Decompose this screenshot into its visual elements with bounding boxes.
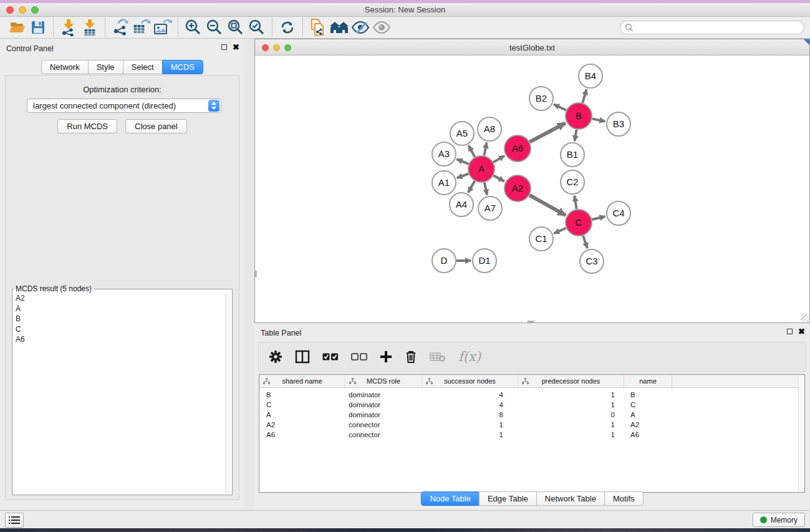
column-header-predecessor-nodes[interactable]: predecessor nodes [518,375,624,387]
zoom-fit-icon[interactable] [225,18,246,37]
graph-node-A[interactable]: A [468,156,494,182]
tab-edge-table[interactable]: Edge Table [479,491,537,506]
graph-edge-B-B3[interactable] [592,118,605,121]
show-column-icon[interactable] [295,350,310,364]
open-session-icon[interactable] [6,18,27,37]
zoom-selected-icon[interactable] [246,18,268,37]
graph-edge-A2-C[interactable] [529,195,566,215]
run-mcds-button[interactable]: Run MCDS [57,119,117,133]
home-icon[interactable] [329,18,350,37]
resize-grip[interactable] [801,314,809,322]
mcds-result-item[interactable]: A [14,304,224,314]
mcds-result-item[interactable]: B [14,314,224,324]
table-settings-gear-icon[interactable] [269,350,282,364]
graph-edge-C-C3[interactable] [583,236,587,248]
delete-table-icon[interactable] [430,351,446,362]
graph-edge-A-A8[interactable] [484,143,486,156]
graph-node-D1[interactable]: D1 [473,249,496,273]
graph-node-C4[interactable]: C4 [607,201,630,225]
graph-edge-A-A3[interactable] [456,159,468,164]
delete-column-icon[interactable] [405,350,417,364]
graph-node-B[interactable]: B [566,103,592,129]
graph-edge-A-A7[interactable] [485,182,487,195]
tab-select[interactable]: Select [123,60,163,74]
graph-node-B1[interactable]: B1 [561,143,584,167]
function-builder-icon[interactable]: f(x) [458,349,481,364]
graph-node-B4[interactable]: B4 [579,64,602,88]
float-table-panel-icon[interactable] [787,329,793,334]
duplicate-network-icon[interactable] [307,18,329,37]
graph-edge-A-A1[interactable] [457,174,469,178]
graph-node-B2[interactable]: B2 [529,87,553,110]
import-table-icon[interactable] [79,18,100,37]
column-header-MCDS-role[interactable]: MCDS role [345,375,422,387]
optimization-criterion-dropdown[interactable]: largest connected component (directed) [27,99,221,113]
graph-edge-A-A6[interactable] [493,156,504,162]
graph-edge-B-B4[interactable] [582,89,586,103]
canvas-vertical-scroll-mark[interactable] [255,271,257,277]
memory-button[interactable]: Memory [753,513,805,527]
tab-mcds[interactable]: MCDS [162,60,203,74]
graph-edge-C-C4[interactable] [592,216,605,220]
hide-graphics-details-icon[interactable] [350,18,371,37]
tab-motifs[interactable]: Motifs [604,491,644,506]
table-row[interactable]: Cdominator41C [259,400,804,410]
graph-node-A5[interactable]: A5 [450,122,474,145]
graph-node-D[interactable]: D [432,249,456,273]
graph-node-A1[interactable]: A1 [432,171,456,195]
export-image-icon[interactable] [152,18,173,37]
table-row[interactable]: Bdominator41B [259,390,804,400]
tab-style[interactable]: Style [88,60,123,74]
import-network-icon[interactable] [58,18,79,37]
graph-node-A2[interactable]: A2 [504,175,531,201]
graph-node-C[interactable]: C [566,210,592,236]
table-scrollbar[interactable] [798,375,804,492]
close-panel-button[interactable]: Close panel [125,119,187,133]
create-column-icon[interactable] [380,351,392,363]
table-row[interactable]: A6connector11A6 [259,430,804,440]
graph-node-C2[interactable]: C2 [561,170,584,194]
graph-edge-A-A4[interactable] [468,181,475,193]
table-row[interactable]: A2connector11A2 [259,420,804,430]
show-task-history-button[interactable] [5,513,24,528]
show-graphics-details-icon[interactable] [371,18,392,37]
graph-node-C1[interactable]: C1 [529,227,553,251]
canvas-horizontal-scroll-mark[interactable] [528,321,534,322]
graph-edge-A-A2[interactable] [493,175,504,181]
zoom-out-icon[interactable] [204,18,225,37]
graph-node-A6[interactable]: A6 [504,135,531,162]
graph-edge-B-B1[interactable] [575,130,577,142]
mcds-result-item[interactable]: C [14,324,224,335]
column-header-successor-nodes[interactable]: successor nodes [422,375,518,387]
graph-edge-C-C1[interactable] [554,228,566,234]
export-table-icon[interactable] [131,18,152,37]
network-canvas[interactable]: B4B2BB3A5A8A6A3B1AA1C2A2A4A7C4CC1DD1C3 [255,56,809,322]
deselect-all-icon[interactable] [351,352,367,361]
tab-node-table[interactable]: Node Table [421,491,480,506]
search-input[interactable] [634,22,804,33]
save-session-icon[interactable] [27,18,49,37]
graph-edge-B-B2[interactable] [554,104,566,110]
graph-node-A4[interactable]: A4 [450,193,473,216]
close-panel-icon[interactable]: ✖ [233,44,239,50]
table-row[interactable]: Adominator80A [259,410,804,420]
mcds-result-list[interactable]: A2ABCA6 [14,293,224,493]
mcds-result-item[interactable]: A6 [14,334,224,345]
tab-network-table[interactable]: Network Table [536,491,605,506]
graph-edge-A6-B[interactable] [529,123,565,142]
tab-network[interactable]: Network [41,60,89,74]
mcds-result-item[interactable]: A2 [14,293,224,304]
graph-node-A3[interactable]: A3 [432,142,456,166]
graph-node-B3[interactable]: B3 [607,112,630,136]
column-header-name[interactable]: name [624,375,672,387]
close-table-panel-icon[interactable]: ✖ [798,329,805,334]
graph-node-C3[interactable]: C3 [580,249,604,273]
graph-edge-C-C2[interactable] [574,196,576,210]
result-scrollbar[interactable] [225,293,231,493]
export-network-icon[interactable] [110,18,131,37]
graph-edge-A-A5[interactable] [469,145,475,157]
select-all-icon[interactable] [322,352,339,361]
graph-node-A8[interactable]: A8 [478,117,501,141]
apply-layout-icon[interactable] [277,18,298,37]
zoom-in-icon[interactable] [183,18,204,37]
